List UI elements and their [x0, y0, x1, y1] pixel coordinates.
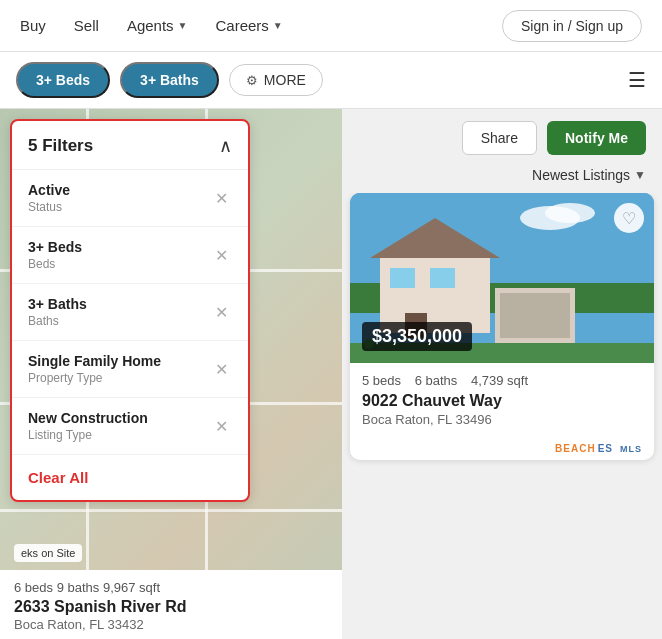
remove-filter-button[interactable]: ✕ [211, 415, 232, 438]
filter-item-beds: 3+ Beds Beds ✕ [12, 227, 248, 284]
beaches-mls-logo: BEACHES MLS [555, 443, 642, 454]
filter-item-name: Single Family Home [28, 353, 161, 369]
remove-filter-button[interactable]: ✕ [211, 301, 232, 324]
filter-item-info: 3+ Baths Baths [28, 296, 87, 328]
baths-count: 6 baths [415, 373, 458, 388]
filter-panel: 5 Filters ∧ Active Status ✕ 3+ Beds Beds… [10, 119, 250, 502]
right-panel-header: Share Notify Me [342, 109, 662, 167]
listings-container: ♡ $3,350,000 5 beds 6 baths 4,739 sqft 9… [342, 193, 662, 639]
filter-count: 5 Filters [28, 136, 93, 156]
filter-item-type: Listing Type [28, 428, 148, 442]
chevron-down-icon: ▼ [634, 168, 646, 182]
filter-item-info: Active Status [28, 182, 70, 214]
listing-address: 9022 Chauvet Way [362, 392, 642, 410]
remove-filter-button[interactable]: ✕ [211, 358, 232, 381]
more-filters-button[interactable]: ⚙ MORE [229, 64, 323, 96]
nav-careers[interactable]: Careers ▼ [215, 17, 282, 34]
share-button[interactable]: Share [462, 121, 537, 155]
filter-item-baths: 3+ Baths Baths ✕ [12, 284, 248, 341]
nav-sell[interactable]: Sell [74, 17, 99, 34]
card-specs: 5 beds 6 baths 4,739 sqft [362, 373, 642, 388]
svg-rect-5 [380, 253, 490, 333]
filter-item-name: 3+ Baths [28, 296, 87, 312]
filter-item-info: New Construction Listing Type [28, 410, 148, 442]
baths-filter-pill[interactable]: 3+ Baths [120, 62, 219, 98]
sort-row: Newest Listings ▼ [342, 167, 662, 193]
filter-item-name: 3+ Beds [28, 239, 82, 255]
weeks-on-site-badge: eks on Site [14, 544, 82, 562]
card-image: ♡ $3,350,000 [350, 193, 654, 363]
sort-selector[interactable]: Newest Listings ▼ [532, 167, 646, 183]
notify-me-button[interactable]: Notify Me [547, 121, 646, 155]
beds-count: 5 beds [362, 373, 401, 388]
chevron-down-icon: ▼ [273, 20, 283, 31]
filter-item-name: Active [28, 182, 70, 198]
chevron-down-icon: ▼ [178, 20, 188, 31]
sliders-icon: ⚙ [246, 73, 258, 88]
listing-location: Boca Raton, FL 33496 [362, 412, 642, 427]
listing-card[interactable]: ♡ $3,350,000 5 beds 6 baths 4,739 sqft 9… [350, 193, 654, 460]
top-navigation: Buy Sell Agents ▼ Careers ▼ Sign in / Si… [0, 0, 662, 52]
filter-item-type: Status [28, 200, 70, 214]
svg-point-3 [545, 203, 595, 223]
nav-agents[interactable]: Agents ▼ [127, 17, 188, 34]
filter-item-listing-type: New Construction Listing Type ✕ [12, 398, 248, 455]
filter-item-name: New Construction [28, 410, 148, 426]
filter-item-info: 3+ Beds Beds [28, 239, 82, 271]
map-card-address: 2633 Spanish River Rd [14, 598, 328, 616]
right-panel: Share Notify Me Newest Listings ▼ [342, 109, 662, 639]
filter-item-active: Active Status ✕ [12, 170, 248, 227]
filter-item-property-type: Single Family Home Property Type ✕ [12, 341, 248, 398]
card-details: 5 beds 6 baths 4,739 sqft 9022 Chauvet W… [350, 363, 654, 439]
listing-price: $3,350,000 [362, 322, 472, 351]
chevron-up-icon[interactable]: ∧ [219, 135, 232, 157]
mls-watermark: BEACHES MLS [350, 439, 654, 460]
beds-filter-pill[interactable]: 3+ Beds [16, 62, 110, 98]
map-card-specs: 6 beds 9 baths 9,967 sqft [14, 580, 328, 595]
main-content: 5 Filters ∧ Active Status ✕ 3+ Beds Beds… [0, 109, 662, 639]
map-card-location: Boca Raton, FL 33432 [14, 617, 328, 632]
map-road [0, 509, 342, 512]
remove-filter-button[interactable]: ✕ [211, 187, 232, 210]
filter-bar: 3+ Beds 3+ Baths ⚙ MORE ☰ [0, 52, 662, 109]
sqft-count: 4,739 sqft [471, 373, 528, 388]
filter-item-info: Single Family Home Property Type [28, 353, 161, 385]
filter-item-type: Beds [28, 257, 82, 271]
favorite-button[interactable]: ♡ [614, 203, 644, 233]
svg-rect-10 [430, 268, 455, 288]
filter-panel-header: 5 Filters ∧ [12, 121, 248, 170]
hamburger-icon[interactable]: ☰ [628, 68, 646, 92]
map-area[interactable]: 5 Filters ∧ Active Status ✕ 3+ Beds Beds… [0, 109, 342, 639]
filter-item-type: Baths [28, 314, 87, 328]
clear-all-button[interactable]: Clear All [12, 455, 248, 500]
map-bottom-card: 6 beds 9 baths 9,967 sqft 2633 Spanish R… [0, 570, 342, 639]
remove-filter-button[interactable]: ✕ [211, 244, 232, 267]
filter-item-type: Property Type [28, 371, 161, 385]
svg-rect-8 [500, 293, 570, 338]
svg-rect-9 [390, 268, 415, 288]
sign-in-button[interactable]: Sign in / Sign up [502, 10, 642, 42]
nav-buy[interactable]: Buy [20, 17, 46, 34]
